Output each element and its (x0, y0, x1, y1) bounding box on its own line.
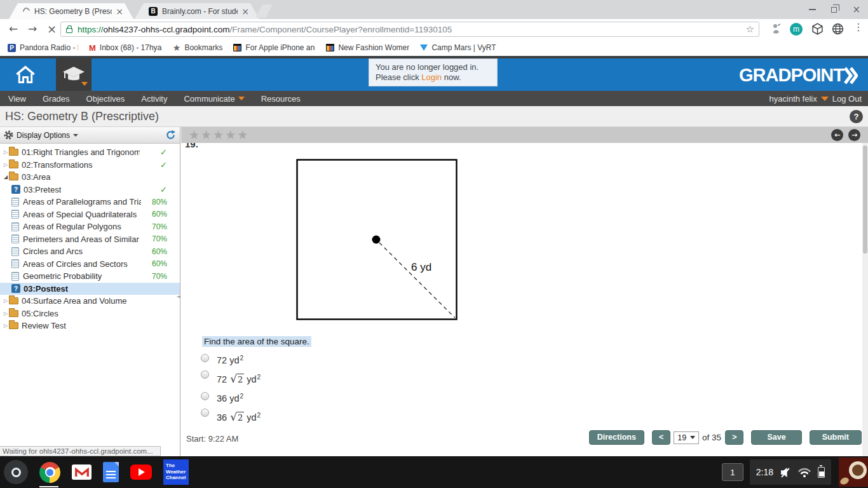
home-icon[interactable] (15, 65, 36, 84)
address-bar[interactable]: https://ohls4237-ohhs-ccl.gradpoint.com/… (60, 22, 759, 37)
nav-item-activity[interactable]: Activity (133, 94, 175, 104)
question-count-label: of 35 (702, 433, 721, 442)
directions-button[interactable]: Directions (589, 430, 644, 445)
back-icon[interactable]: ← (9, 22, 18, 35)
answer-option[interactable]: 36 yd2 (201, 390, 261, 406)
tree-item[interactable]: Areas of Regular Polygons70% (0, 220, 180, 233)
tree-item[interactable]: Circles and Arcs60% (0, 245, 180, 258)
square-figure: 6 yd (296, 159, 459, 322)
tree-item[interactable]: ▷04:Surface Area and Volume (0, 295, 180, 308)
nav-item-objectives[interactable]: Objectives (78, 94, 133, 104)
globe-extension-icon[interactable] (832, 23, 844, 35)
nav-item-communicate[interactable]: Communicate (175, 94, 252, 104)
bookmark-item[interactable]: MInbox (68) - 17hyacin (89, 43, 162, 53)
new-tab-button[interactable] (255, 4, 273, 18)
system-tray[interactable]: 2:18 (750, 459, 831, 485)
bookmark-item[interactable]: PPandora Radio - Liste (8, 43, 78, 52)
tree-item[interactable]: ◢03:Area (0, 171, 180, 184)
option-unit: yd (247, 412, 256, 423)
restore-icon[interactable] (831, 7, 837, 13)
folder-icon (9, 149, 18, 156)
star-icon[interactable]: ★ (201, 128, 212, 142)
nav-item-resources[interactable]: Resources (253, 94, 309, 104)
radio-button[interactable] (201, 409, 209, 417)
expand-arrow-icon[interactable]: ▷ (3, 323, 9, 329)
help-button[interactable]: ? (850, 110, 863, 123)
docs-icon[interactable] (103, 462, 119, 482)
user-menu[interactable]: hyacinth felix (770, 94, 817, 104)
cube-extension-icon[interactable] (811, 23, 824, 35)
expand-arrow-icon[interactable]: ▷ (3, 311, 9, 316)
next-arrow-icon[interactable]: → (848, 129, 860, 141)
sidebar-collapse-handle[interactable]: ◄ (177, 294, 180, 299)
nav-item-label: Activity (141, 94, 167, 104)
close-icon[interactable]: × (241, 7, 249, 16)
expand-arrow-icon[interactable]: ▷ (3, 298, 9, 304)
nav-item-view[interactable]: View (0, 94, 34, 104)
chevron-down-icon[interactable] (821, 97, 829, 101)
star-icon[interactable]: ★ (237, 128, 248, 142)
question-select[interactable]: 19 (674, 431, 699, 444)
forward-icon[interactable]: → (28, 22, 37, 35)
browser-tab[interactable]: BBrainly.com - For studen× (135, 3, 259, 19)
radio-button[interactable] (201, 392, 209, 400)
tree-item[interactable]: ▷02:Transformations✓ (0, 159, 180, 172)
extension-icon[interactable] (771, 23, 782, 34)
user-avatar[interactable] (839, 458, 868, 487)
collapse-arrow-icon[interactable]: ◢ (3, 174, 9, 180)
tree-item[interactable]: Geometric Probability70% (0, 270, 180, 283)
profile-avatar-icon[interactable]: m (790, 23, 803, 36)
chrome-icon[interactable] (39, 462, 60, 483)
bookmark-star-icon[interactable]: ☆ (746, 24, 754, 35)
gmail-icon[interactable] (72, 464, 92, 480)
launcher-icon[interactable] (4, 460, 28, 484)
menu-dots-icon[interactable]: ⋮ (853, 21, 864, 33)
expand-arrow-icon[interactable]: ▷ (3, 162, 9, 168)
scrollbar-thumb[interactable] (863, 146, 867, 254)
bookmark-item[interactable]: ★Bookmarks (173, 43, 223, 52)
star-icon[interactable]: ★ (189, 128, 200, 142)
login-link[interactable]: Login (421, 72, 442, 82)
close-icon[interactable]: × (116, 7, 123, 16)
tree-item[interactable]: Areas of Circles and Sectors60% (0, 258, 180, 271)
prev-question-button[interactable]: < (652, 430, 670, 445)
tree-item[interactable]: Perimeters and Areas of Similar F70% (0, 233, 180, 246)
tree-item[interactable]: Areas of Special Quadrilaterals60% (0, 208, 180, 221)
star-icon[interactable]: ★ (213, 128, 224, 142)
prev-arrow-icon[interactable]: ← (831, 129, 843, 141)
star-rating[interactable]: ★★★★★ (189, 129, 249, 142)
notification-count-badge[interactable]: 1 (722, 463, 743, 481)
scrollbar[interactable] (862, 143, 868, 456)
bookmark-item[interactable]: For Apple iPhone and (233, 43, 315, 52)
radio-button[interactable] (201, 354, 209, 362)
answer-option[interactable]: 72 yd2 (201, 351, 261, 368)
display-options-button[interactable]: Display Options (17, 131, 70, 140)
next-question-button[interactable]: > (725, 430, 743, 445)
tree-item[interactable]: ▷Review Test (0, 320, 180, 332)
nav-item-grades[interactable]: Grades (34, 94, 78, 104)
tree-item[interactable]: ?03:Posttest (0, 283, 180, 295)
answer-option[interactable]: 72√2yd2 (201, 368, 261, 390)
tree-item[interactable]: ▷05:Circles (0, 308, 180, 320)
quiz-icon: ? (11, 185, 20, 194)
browser-tab[interactable]: HS: Geometry B (Prescri× (9, 3, 133, 19)
course-menu-button[interactable] (56, 58, 92, 91)
star-icon[interactable]: ★ (225, 128, 236, 142)
tree-item[interactable]: ▷01:Right Triangles and Trigonometry✓ (0, 146, 180, 159)
radio-button[interactable] (201, 370, 209, 379)
save-button[interactable]: Save (751, 430, 801, 445)
weather-channel-icon[interactable]: The Weather Channel (163, 459, 189, 485)
bookmark-item[interactable]: Camp Mars | VyRT (420, 43, 496, 52)
stop-icon[interactable]: × (47, 22, 57, 36)
refresh-icon[interactable] (165, 130, 176, 140)
youtube-icon[interactable] (130, 464, 152, 480)
minimize-icon[interactable] (809, 9, 816, 10)
tree-item[interactable]: ?03:Pretest✓ (0, 184, 180, 196)
tree-item[interactable]: Areas of Parallelograms and Trian80% (0, 196, 180, 208)
expand-arrow-icon[interactable]: ▷ (3, 149, 9, 155)
submit-button[interactable]: Submit (810, 430, 862, 445)
answer-option[interactable]: 36√2yd2 (201, 406, 261, 428)
bookmark-item[interactable]: New Fashion Women (326, 43, 409, 52)
close-icon[interactable]: × (852, 5, 860, 15)
logout-link[interactable]: Log Out (832, 94, 862, 104)
